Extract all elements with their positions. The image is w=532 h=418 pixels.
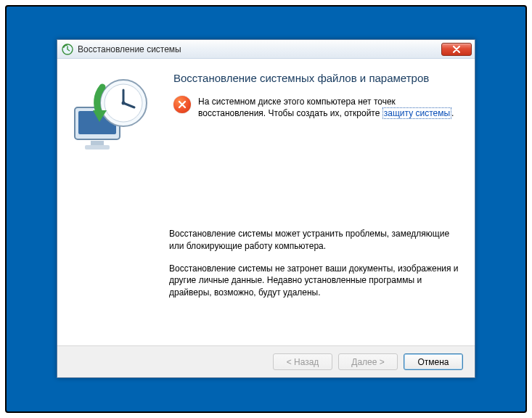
error-message: На системном диске этого компьютера нет …: [173, 96, 462, 119]
cancel-button[interactable]: Отмена: [404, 353, 463, 370]
system-restore-icon: [62, 44, 73, 55]
svg-rect-4: [91, 141, 104, 145]
description-block: Восстановление системы может устранить п…: [169, 228, 459, 309]
system-restore-graphic-icon: [69, 74, 156, 158]
page-heading: Восстановление системных файлов и параме…: [173, 71, 462, 86]
error-text-prefix: На системном диске этого компьютера нет …: [198, 97, 396, 118]
titlebar: Восстановление системы: [57, 40, 475, 59]
close-button[interactable]: [441, 43, 472, 56]
error-icon: [173, 96, 191, 113]
svg-rect-5: [85, 145, 110, 149]
error-text: На системном диске этого компьютера нет …: [198, 96, 462, 119]
wizard-content: Восстановление системных файлов и параме…: [57, 60, 475, 345]
wizard-main: Восстановление системных файлов и параме…: [173, 71, 462, 345]
wizard-sidebar: [57, 60, 168, 345]
svg-point-10: [122, 102, 126, 105]
error-text-suffix: .: [451, 108, 454, 118]
wizard-footer: < Назад Далее > Отмена: [57, 345, 475, 377]
window-title: Восстановление системы: [78, 44, 441, 54]
desktop-background: Восстановление системы: [5, 5, 527, 413]
close-icon: [452, 46, 461, 53]
system-restore-window: Восстановление системы: [57, 39, 475, 378]
system-protection-link[interactable]: защиту системы: [382, 107, 451, 119]
next-button: Далее >: [338, 353, 398, 370]
back-button: < Назад: [273, 353, 332, 370]
description-para-1: Восстановление системы может устранить п…: [169, 228, 459, 253]
description-para-2: Восстановление системы не затронет ваши …: [169, 263, 459, 299]
